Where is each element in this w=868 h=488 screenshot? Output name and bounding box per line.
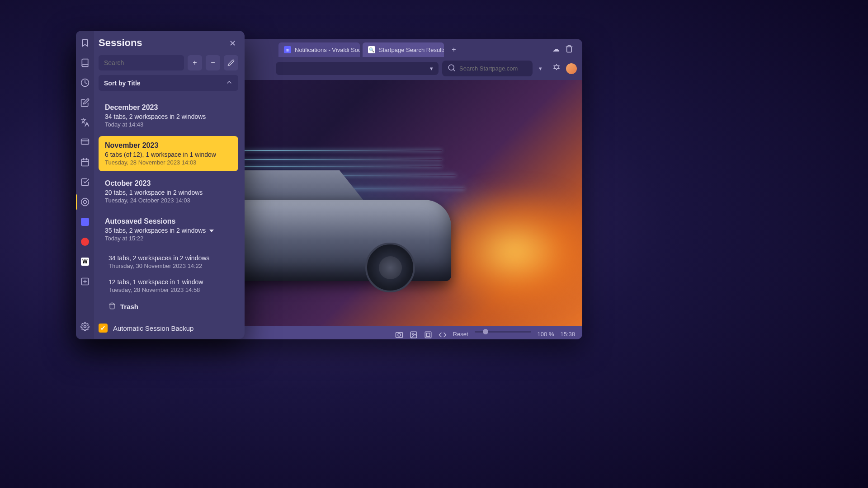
autosaved-child[interactable]: 12 tabs, 1 workspace in 1 window Tuesday…	[107, 274, 238, 298]
session-item-november[interactable]: November 2023 6 tabs (of 12), 1 workspac…	[99, 136, 238, 171]
session-date: Today at 14:43	[105, 121, 232, 128]
chevron-up-icon	[226, 79, 233, 87]
zoom-slider[interactable]	[475, 331, 531, 333]
panel-title: Sessions	[99, 37, 142, 49]
session-date: Thursday, 30 November 2023 14:22	[108, 263, 236, 269]
dropdown-icon[interactable]: ▾	[430, 65, 433, 72]
close-button[interactable]: ✕	[229, 38, 238, 47]
session-title: December 2023	[105, 103, 232, 112]
reading-list-icon[interactable]	[80, 58, 90, 68]
window-panel-icon[interactable]	[80, 137, 90, 147]
session-info: 12 tabs, 1 workspace in 1 window	[108, 278, 236, 286]
search-box[interactable]	[99, 55, 184, 70]
zoom-level: 100 %	[538, 331, 554, 340]
session-item-october[interactable]: October 2023 20 tabs, 1 workspace in 2 w…	[99, 174, 238, 209]
svg-point-4	[412, 333, 413, 334]
avatar[interactable]	[566, 63, 577, 74]
session-info: 35 tabs, 2 workspaces in 2 windows	[105, 227, 232, 234]
history-icon[interactable]	[80, 78, 90, 88]
startpage-icon: 🔍	[368, 46, 375, 53]
session-info: 20 tabs, 1 workspace in 2 windows	[105, 189, 232, 196]
new-tab-button[interactable]: +	[448, 44, 459, 55]
backup-label: Automatic Session Backup	[113, 324, 193, 332]
panel-main: Sessions ✕ + − Sort by Title December 20…	[94, 31, 245, 339]
mastodon-icon: m	[284, 46, 291, 53]
translate-icon[interactable]	[80, 117, 90, 127]
search-field[interactable]: ▾	[442, 61, 533, 76]
svg-point-19	[84, 326, 86, 328]
bookmarks-icon[interactable]	[80, 38, 90, 48]
add-session-button[interactable]: +	[188, 55, 202, 70]
svg-rect-5	[425, 332, 431, 338]
dropdown-icon[interactable]: ▾	[539, 65, 542, 72]
session-info: 34 tabs, 2 workspaces in 2 windows	[105, 113, 232, 120]
extensions-icon[interactable]	[552, 64, 561, 74]
autosaved-child[interactable]: 34 tabs, 2 workspaces in 2 windows Thurs…	[107, 250, 238, 274]
svg-rect-10	[82, 159, 89, 166]
svg-rect-6	[426, 333, 430, 337]
clock: 15:38	[560, 331, 575, 340]
session-info: 6 tabs (of 12), 1 workspace in 1 window	[105, 151, 232, 158]
tiling-icon[interactable]	[424, 331, 432, 340]
tab-label: Startpage Search Results	[379, 47, 444, 53]
panel-footer: ✓ Automatic Session Backup	[99, 318, 238, 333]
url-field[interactable]: ▾	[276, 62, 439, 75]
session-date: Tuesday, 24 October 2023 14:03	[105, 197, 232, 204]
wikipedia-panel-icon[interactable]: W	[80, 257, 90, 267]
svg-point-2	[398, 333, 401, 336]
svg-rect-8	[81, 139, 89, 145]
add-panel-icon[interactable]	[80, 277, 90, 286]
edit-session-button[interactable]	[224, 55, 238, 70]
sessions-panel: W Sessions ✕ + − Sort by Title	[76, 31, 245, 339]
trash-icon[interactable]	[565, 45, 573, 55]
tab-notifications[interactable]: m Notifications - Vivaldi Soci	[278, 42, 360, 57]
search-icon	[448, 64, 456, 73]
vivaldi-panel-icon[interactable]	[80, 237, 90, 247]
tab-startpage[interactable]: 🔍 Startpage Search Results	[363, 42, 444, 57]
sort-label: Sort by Title	[104, 80, 141, 87]
caret-down-icon[interactable]	[209, 230, 214, 232]
search-input[interactable]	[459, 65, 535, 72]
search-input[interactable]	[104, 59, 179, 66]
cloud-icon[interactable]: ☁	[552, 45, 560, 55]
settings-icon[interactable]	[80, 322, 90, 332]
session-item-december[interactable]: December 2023 34 tabs, 2 workspaces in 2…	[99, 98, 238, 133]
autosaved-children: 34 tabs, 2 workspaces in 2 windows Thurs…	[107, 250, 238, 315]
screenshot-icon[interactable]	[395, 331, 403, 340]
sort-button[interactable]: Sort by Title	[99, 75, 238, 91]
mastodon-panel-icon[interactable]	[80, 217, 90, 227]
panel-header: Sessions ✕	[99, 37, 238, 49]
tasks-icon[interactable]	[80, 177, 90, 187]
svg-point-14	[81, 198, 89, 206]
sidebar-icons: W	[76, 31, 94, 339]
remove-session-button[interactable]: −	[206, 55, 220, 70]
notes-icon[interactable]	[80, 98, 90, 108]
session-date: Today at 15:22	[105, 235, 232, 242]
session-date: Tuesday, 28 November 2023 14:58	[108, 286, 236, 293]
session-title: October 2023	[105, 179, 232, 188]
session-list: December 2023 34 tabs, 2 workspaces in 2…	[99, 98, 238, 318]
session-title: November 2023	[105, 141, 232, 150]
backup-checkbox[interactable]: ✓	[99, 324, 108, 333]
trash-item[interactable]: Trash	[107, 298, 238, 315]
trash-icon	[108, 302, 116, 311]
svg-point-15	[84, 201, 87, 204]
reset-zoom-button[interactable]: Reset	[453, 331, 468, 340]
image-icon[interactable]	[410, 331, 418, 340]
devtools-icon[interactable]	[439, 331, 447, 340]
trash-label: Trash	[120, 303, 138, 310]
sessions-icon[interactable]	[80, 197, 90, 207]
calendar-icon[interactable]	[80, 157, 90, 167]
autosaved-sessions[interactable]: Autosaved Sessions 35 tabs, 2 workspaces…	[99, 212, 238, 247]
panel-toolbar: + −	[99, 55, 238, 70]
session-date: Tuesday, 28 November 2023 14:03	[105, 159, 232, 166]
tab-label: Notifications - Vivaldi Soci	[295, 47, 360, 53]
session-title: Autosaved Sessions	[105, 217, 232, 225]
session-info: 34 tabs, 2 workspaces in 2 windows	[108, 254, 236, 262]
